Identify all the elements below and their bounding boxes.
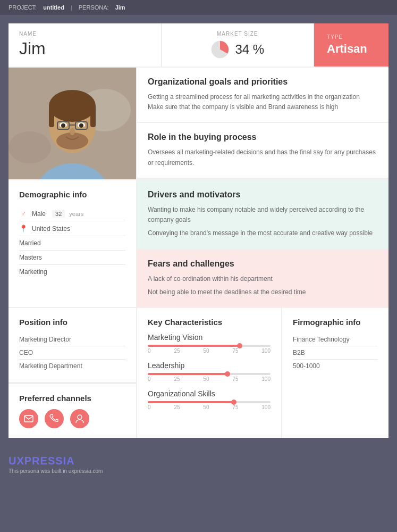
- brand-logo[interactable]: UXPRESSIA: [9, 455, 388, 467]
- type-value: Artisan: [327, 42, 376, 56]
- svg-point-12: [61, 123, 65, 128]
- firmographic-card: Firmographic info Finance Technology B2B…: [282, 308, 388, 438]
- market-label: MARKET SIZE: [217, 31, 258, 37]
- demo-gender-row: ♂ Male 32 years: [19, 206, 125, 221]
- firm-item-2: 500-1000: [293, 360, 378, 372]
- location-icon: 📍: [19, 225, 28, 232]
- char-scale-2: 0 25 50 75 100: [148, 404, 271, 410]
- char-label-2: Organizational Skills: [148, 389, 271, 398]
- brand-text: UXPRESSIA: [9, 455, 75, 467]
- svg-point-20: [78, 415, 82, 419]
- drivers-text1: Wanting to make his company notable and …: [148, 205, 378, 225]
- top-bar: PROJECT: untitled | PERSONA: Jim: [0, 0, 397, 15]
- persona-label: PERSONA:: [79, 4, 109, 11]
- persona-name: Jim: [19, 39, 150, 59]
- buying-process-text1: Oversees all marketing-related decisions…: [148, 147, 378, 168]
- position-card: Position info Marketing Director CEO Mar…: [9, 308, 136, 382]
- demo-field-row: Marketing: [19, 265, 125, 279]
- svg-rect-9: [90, 106, 96, 127]
- type-label: TYPE: [327, 34, 376, 40]
- org-goals-text2: Make sure that the company is visible an…: [148, 102, 378, 112]
- fears-text2: Not being able to meet the deadlines at …: [148, 287, 378, 297]
- demo-drivers-row: Demographic info ♂ Male 32 years 📍 Unite…: [9, 180, 388, 307]
- footer-subtitle: This persona was built in uxpressia.com: [9, 468, 388, 474]
- channels-title: Preferred channels: [19, 394, 125, 403]
- position-item-1: CEO: [19, 346, 125, 360]
- email-channel-icon[interactable]: [19, 409, 38, 428]
- firm-item-0: Finance Technology: [293, 333, 378, 346]
- name-label: NAME: [19, 31, 150, 37]
- svg-point-18: [70, 128, 75, 135]
- market-pie-chart: [210, 40, 230, 59]
- market-percent: 34 %: [235, 42, 264, 57]
- svg-rect-19: [24, 415, 33, 422]
- char-track-2[interactable]: [148, 401, 271, 403]
- user-channel-icon[interactable]: [70, 409, 89, 428]
- char-track-1[interactable]: [148, 373, 271, 375]
- firmographic-title: Firmographic info: [293, 318, 378, 327]
- demo-education: Masters: [19, 254, 42, 261]
- demo-gender: Male: [32, 210, 46, 218]
- char-label-1: Leadership: [148, 361, 271, 370]
- key-char-title: Key Characteristics: [148, 318, 271, 327]
- firm-item-1: B2B: [293, 346, 378, 360]
- channel-icons-row: [19, 409, 125, 428]
- org-goals-text1: Getting a streamlined process for all ma…: [148, 92, 378, 102]
- char-item-1: Leadership 0 25 50 75 100: [148, 361, 271, 382]
- market-section: MARKET SIZE 34 %: [162, 23, 315, 66]
- char-scale-0: 0 25 50 75 100: [148, 348, 271, 354]
- char-item-2: Organizational Skills 0 25 50 75 100: [148, 389, 271, 410]
- project-label: PROJECT:: [9, 4, 37, 11]
- phone-channel-icon[interactable]: [45, 409, 64, 428]
- photo-cell: [9, 68, 136, 179]
- market-value-display: 34 %: [210, 40, 264, 59]
- char-scale-1: 0 25 50 75 100: [148, 376, 271, 382]
- key-characteristics-card: Key Characteristics Marketing Vision 0 2…: [137, 308, 281, 438]
- gender-icon: ♂: [19, 210, 28, 218]
- buying-process-title: Role in the buying process: [148, 132, 378, 142]
- fears-card: Fears and challenges A lack of co-ordina…: [137, 250, 388, 307]
- type-section: TYPE Artisan: [314, 23, 388, 66]
- svg-point-7: [49, 90, 96, 122]
- svg-point-3: [9, 131, 51, 163]
- org-goals-card: Organizational goals and priorities Gett…: [137, 68, 388, 122]
- position-item-0: Marketing Director: [19, 333, 125, 346]
- fears-text1: A lack of co-ordination within his depar…: [148, 274, 378, 284]
- char-fill-1: [148, 373, 227, 375]
- fears-title: Fears and challenges: [148, 259, 378, 269]
- persona-value: Jim: [115, 4, 125, 11]
- person-svg: [9, 68, 136, 179]
- header-card: NAME Jim MARKET SIZE 34 % TYPE Artisan: [9, 23, 388, 66]
- persona-photo: [9, 68, 136, 179]
- buying-process-card: Role in the buying process Oversees all …: [137, 123, 388, 177]
- drivers-card: Drivers and motivators Wanting to make h…: [137, 180, 388, 248]
- position-item-2: Marketing Department: [19, 360, 125, 372]
- demo-age-unit: years: [69, 211, 83, 217]
- demographic-card: Demographic info ♂ Male 32 years 📍 Unite…: [9, 180, 136, 307]
- char-item-0: Marketing Vision 0 25 50 75 100: [148, 333, 271, 354]
- svg-point-13: [79, 123, 83, 128]
- demographic-title: Demographic info: [19, 190, 125, 199]
- char-fill-0: [148, 345, 240, 347]
- char-fill-2: [148, 401, 234, 403]
- position-title: Position info: [19, 318, 125, 327]
- name-section: NAME Jim: [9, 23, 162, 66]
- channels-card: Preferred channels: [9, 384, 136, 438]
- demo-field: Marketing: [19, 268, 47, 276]
- drivers-fears-col: Drivers and motivators Wanting to make h…: [137, 180, 388, 307]
- char-thumb-2: [231, 400, 236, 405]
- demo-location: United States: [32, 225, 70, 232]
- org-goals-title: Organizational goals and priorities: [148, 77, 378, 87]
- svg-rect-8: [49, 106, 54, 127]
- char-track-0[interactable]: [148, 345, 271, 347]
- demo-status-row: Married: [19, 236, 125, 251]
- char-label-0: Marketing Vision: [148, 333, 271, 342]
- project-value: untitled: [43, 4, 64, 11]
- bottom-row: Position info Marketing Director CEO Mar…: [9, 308, 388, 438]
- demo-status: Married: [19, 239, 41, 247]
- drivers-title: Drivers and motivators: [148, 190, 378, 200]
- photo-goals-row: Organizational goals and priorities Gett…: [9, 68, 388, 179]
- demo-location-row: 📍 United States: [19, 221, 125, 236]
- footer: UXPRESSIA This persona was built in uxpr…: [0, 446, 397, 483]
- drivers-text2: Conveying the brand's message in the mos…: [148, 228, 378, 238]
